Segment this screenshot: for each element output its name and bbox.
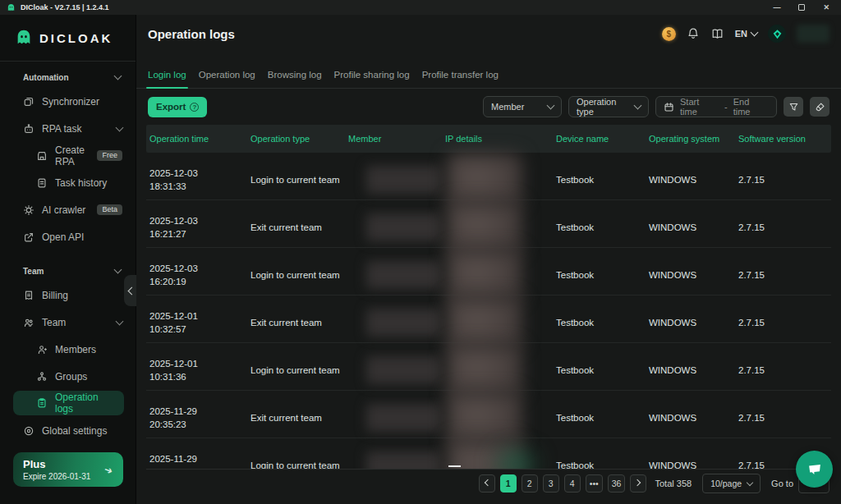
- sidebar-item-ai-crawler[interactable]: AI crawler Beta: [0, 196, 136, 223]
- live-chat-button[interactable]: [796, 451, 833, 488]
- redacted-member: [366, 166, 440, 194]
- page-button-2[interactable]: 2: [522, 474, 538, 493]
- sidebar-section-automation[interactable]: Automation: [0, 66, 136, 88]
- cell-operation-type: Login to current team: [247, 365, 345, 375]
- main-content: Operation logs $ EN Login log Operation …: [136, 15, 841, 504]
- page-ellipsis-button[interactable]: •••: [586, 474, 603, 493]
- chevron-right-icon: [634, 479, 641, 485]
- dicloak-logo-icon: [15, 29, 33, 47]
- redacted-ip: [447, 200, 522, 254]
- sidebar-item-open-api[interactable]: Open API: [0, 223, 136, 250]
- brand-wordmark: DICLOAK: [39, 31, 113, 45]
- sidebar-item-billing[interactable]: Billing: [0, 282, 136, 309]
- minimize-icon[interactable]: —: [773, 4, 780, 11]
- chevron-down-icon: [747, 479, 753, 485]
- tab-profile-sharing-log[interactable]: Profile sharing log: [334, 70, 410, 88]
- sidebar: DICLOAK Automation Synchronizer RPA task…: [0, 15, 136, 504]
- sidebar-section-team[interactable]: Team: [0, 260, 136, 282]
- page-size-select[interactable]: 10/page: [702, 474, 761, 493]
- member-filter-select[interactable]: Member: [483, 96, 562, 117]
- redacted-member: [366, 309, 440, 337]
- notification-bell-icon[interactable]: [687, 27, 700, 40]
- cell-ip-details: [442, 248, 553, 302]
- sidebar-item-groups[interactable]: Groups: [0, 363, 136, 390]
- close-icon[interactable]: ✕: [823, 4, 830, 11]
- cell-member: [345, 166, 442, 194]
- cell-device-name: Testbook: [553, 175, 646, 185]
- operation-type-filter-select[interactable]: Operation type: [568, 96, 649, 117]
- avatar[interactable]: [768, 25, 786, 43]
- redacted-member: [366, 213, 440, 241]
- sidebar-item-rpa-task[interactable]: RPA task: [0, 115, 136, 142]
- date-range-picker[interactable]: Start time - End time: [655, 96, 777, 117]
- maximize-icon[interactable]: [798, 4, 805, 11]
- redacted-username: [797, 25, 830, 43]
- cell-device-name: Testbook: [553, 318, 646, 328]
- billing-icon: [23, 290, 34, 301]
- filter-funnel-button[interactable]: [784, 97, 803, 117]
- chevron-down-icon: [751, 29, 759, 37]
- table-row: 2025-12-0316:20:19 Login to current team…: [146, 248, 831, 296]
- chevron-down-icon: [634, 102, 642, 110]
- table-row: 2025-11-2920:35:23 Exit current team Tes…: [146, 391, 831, 438]
- cell-operating-system: WINDOWS: [646, 175, 735, 185]
- tab-profile-transfer-log[interactable]: Profile transfer log: [422, 70, 499, 88]
- sidebar-item-operation-logs[interactable]: Operation logs: [13, 391, 124, 415]
- cell-operation-time: 2025-11-2914:40:16: [146, 452, 247, 470]
- tab-operation-log[interactable]: Operation log: [199, 70, 255, 88]
- cell-member: [345, 356, 442, 384]
- page-button-4[interactable]: 4: [564, 474, 581, 493]
- total-count: Total 358: [655, 479, 692, 488]
- cell-operating-system: WINDOWS: [646, 460, 735, 470]
- tab-login-log[interactable]: Login log: [148, 70, 186, 88]
- tab-browsing-log[interactable]: Browsing log: [268, 70, 322, 88]
- chevron-left-icon: [485, 479, 491, 485]
- window-controls: — ✕: [773, 4, 834, 11]
- redacted-member: [366, 404, 440, 432]
- sidebar-collapse-button[interactable]: [124, 275, 136, 306]
- redacted-ip: [447, 296, 522, 350]
- clear-filter-button[interactable]: [810, 97, 830, 117]
- members-icon: [36, 344, 48, 355]
- page-button-1[interactable]: 1: [500, 474, 517, 493]
- redacted-ip: [447, 153, 522, 207]
- docs-book-icon[interactable]: [710, 27, 724, 40]
- end-time-placeholder: End time: [733, 97, 769, 117]
- plan-expiry: Expire 2026-01-31: [23, 472, 113, 481]
- cell-operation-type: Login to current team: [247, 175, 345, 185]
- sidebar-item-members[interactable]: Members: [0, 336, 136, 363]
- page-button-3[interactable]: 3: [543, 474, 559, 493]
- plus-plan-card[interactable]: Plus Expire 2026-01-31 ➔: [13, 452, 123, 487]
- app-window: DICloak - V2.7.15 | 1.2.4.1 — ✕ DICLOAK …: [0, 0, 841, 504]
- page-button-36[interactable]: 36: [608, 474, 626, 493]
- table-row: 2025-12-0316:21:27 Exit current team Tes…: [146, 200, 831, 248]
- page-title: Operation logs: [148, 27, 235, 41]
- redacted-member: [366, 356, 440, 384]
- redacted-highlight: [498, 453, 534, 470]
- cell-operation-time: 2025-12-0110:31:36: [146, 357, 247, 383]
- sidebar-item-task-history[interactable]: Task history: [0, 169, 136, 196]
- cell-software-version: 2.7.15: [735, 222, 831, 232]
- coin-balance-icon[interactable]: $: [662, 27, 676, 41]
- cell-operating-system: WINDOWS: [646, 413, 735, 423]
- cell-operation-type: Login to current team: [247, 270, 345, 280]
- toolbar: Export ? Member Operation type Start tim…: [136, 89, 841, 125]
- sidebar-item-team[interactable]: Team: [0, 309, 136, 336]
- chevron-down-icon: [116, 123, 124, 131]
- beta-badge: Beta: [97, 204, 122, 216]
- cell-ip-details: [442, 153, 553, 207]
- synchronizer-icon: [23, 96, 34, 108]
- log-tabs: Login log Operation log Browsing log Pro…: [136, 53, 841, 89]
- cell-ip-details: [442, 200, 553, 254]
- sidebar-item-synchronizer[interactable]: Synchronizer: [0, 88, 136, 115]
- cell-member: [345, 404, 442, 432]
- language-selector[interactable]: EN: [735, 29, 757, 39]
- prev-page-button[interactable]: [479, 474, 495, 493]
- sidebar-item-create-rpa[interactable]: Create RPA Free: [0, 142, 136, 169]
- groups-icon: [36, 371, 48, 383]
- redacted-ip: [447, 248, 522, 302]
- pagination: 1 2 3 4 ••• 36 Total 358 10/page Go to: [136, 470, 841, 497]
- export-button[interactable]: Export ?: [148, 97, 207, 117]
- next-page-button[interactable]: [630, 474, 646, 493]
- sidebar-item-global-settings[interactable]: Global settings: [0, 417, 136, 444]
